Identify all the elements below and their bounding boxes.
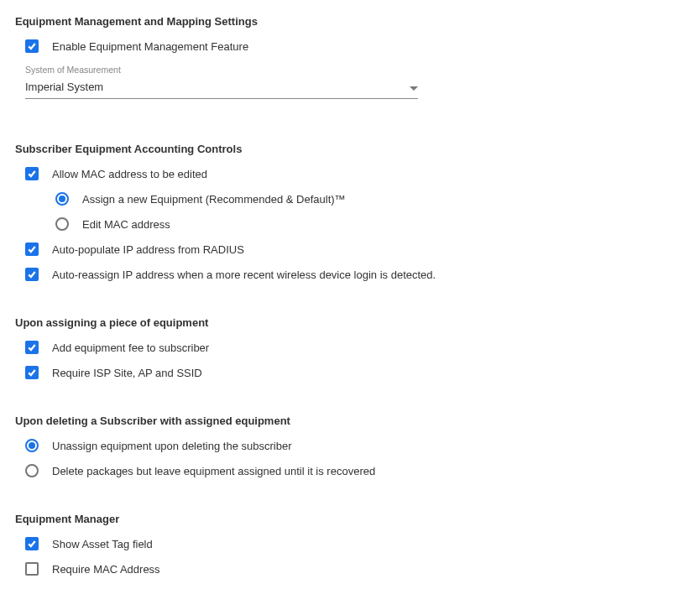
- label-system-of-measurement: System of Measurement: [25, 65, 418, 75]
- label-allow-mac-edit: Allow MAC address to be edited: [52, 168, 207, 180]
- label-show-asset-tag: Show Asset Tag field: [52, 538, 153, 550]
- label-delete-packages: Delete packages but leave equipment assi…: [52, 465, 375, 477]
- select-system-of-measurement[interactable]: Imperial System: [25, 79, 418, 99]
- label-auto-populate-ip: Auto-populate IP address from RADIUS: [52, 243, 244, 256]
- label-require-mac: Require MAC Address: [52, 563, 160, 576]
- label-enable-equipment-mgmt: Enable Equipment Management Feature: [52, 40, 248, 53]
- label-edit-mac-address: Edit MAC address: [82, 218, 170, 231]
- checkbox-add-equipment-fee[interactable]: [25, 341, 39, 354]
- section-title-accounting: Subscriber Equipment Accounting Controls: [15, 143, 685, 155]
- checkbox-allow-mac-edit[interactable]: [25, 167, 39, 180]
- checkbox-require-isp[interactable]: [25, 366, 39, 379]
- label-assign-new-equipment: Assign a new Equipment (Recommended & De…: [82, 193, 346, 206]
- label-add-equipment-fee: Add equipment fee to subscriber: [52, 341, 209, 354]
- radio-assign-new-equipment[interactable]: [55, 192, 69, 206]
- checkbox-auto-populate-ip[interactable]: [25, 242, 39, 256]
- checkbox-auto-reassign-ip[interactable]: [25, 268, 39, 281]
- radio-edit-mac-address[interactable]: [55, 217, 69, 231]
- section-title-mapping: Equipment Management and Mapping Setting…: [15, 15, 685, 28]
- checkbox-enable-equipment-mgmt[interactable]: [25, 39, 39, 53]
- section-title-equipment-manager: Equipment Manager: [15, 513, 685, 525]
- radio-unassign-equipment[interactable]: [25, 439, 39, 452]
- label-unassign-equipment: Unassign equipment upon deleting the sub…: [52, 440, 291, 452]
- select-value-system-of-measurement: Imperial System: [25, 81, 103, 93]
- checkbox-require-mac[interactable]: [25, 562, 39, 576]
- section-title-upon-assign: Upon assigning a piece of equipment: [15, 316, 685, 329]
- dropdown-caret-icon: [410, 81, 418, 93]
- radio-delete-packages[interactable]: [25, 464, 39, 477]
- label-auto-reassign-ip: Auto-reassign IP address when a more rec…: [52, 269, 436, 281]
- label-require-isp: Require ISP Site, AP and SSID: [52, 367, 202, 379]
- section-title-upon-delete: Upon deleting a Subscriber with assigned…: [15, 414, 685, 427]
- checkbox-show-asset-tag[interactable]: [25, 537, 39, 550]
